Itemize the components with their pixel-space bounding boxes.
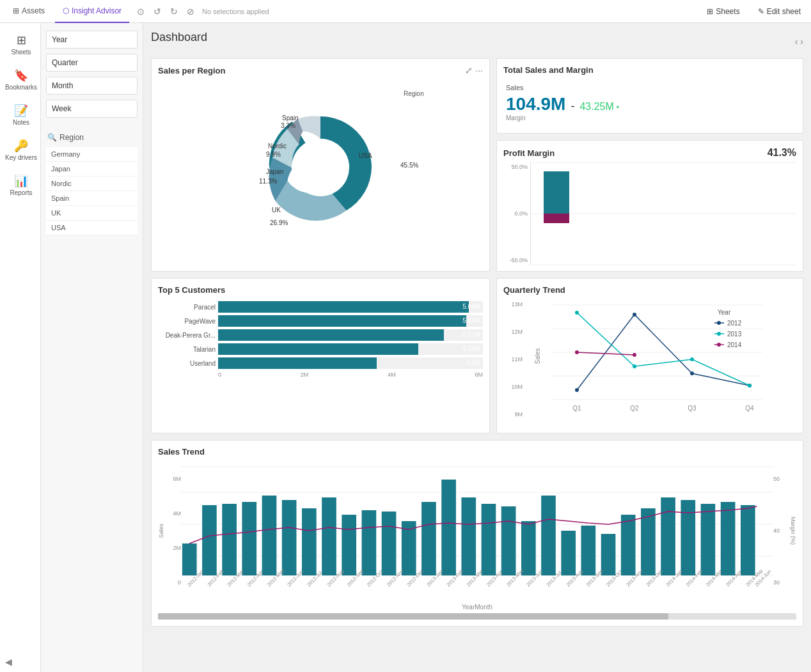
dashboard: Dashboard ‹ › Sales per Region ⤢ ··· <box>143 23 811 672</box>
region-nordic[interactable]: Nordic <box>46 176 138 191</box>
margin-label: Margin <box>506 114 794 121</box>
edit-sheet-button[interactable]: ✎ Edit sheet <box>753 4 806 19</box>
filter-year[interactable]: Year <box>46 31 138 49</box>
svg-rect-56 <box>262 496 277 575</box>
sheets-button[interactable]: ⊞ Sheets <box>702 4 744 19</box>
sidebar-item-reports[interactable]: 📊 Reports <box>0 169 40 201</box>
filter-quarter[interactable]: Quarter <box>46 54 138 72</box>
assets-icon: ⊞ <box>13 6 19 15</box>
bar-fill-pagewave <box>218 315 466 327</box>
total-sales-content: Sales 104.9M - 43.25M • Margin <box>503 79 796 127</box>
svg-text:Spain: Spain <box>282 114 299 121</box>
sales-values-row: 104.9M - 43.25M • <box>506 94 794 114</box>
topbar-right: ⊞ Sheets ✎ Edit sheet <box>702 4 806 19</box>
topbar: ⊞ Assets ⬡ Insight Advisor ⊙ ↺ ↻ ⊘ No se… <box>0 0 811 23</box>
svg-rect-71 <box>561 531 576 575</box>
bar-fill-deak <box>218 329 444 341</box>
svg-point-27 <box>633 364 636 368</box>
filter-week[interactable]: Week <box>46 100 138 118</box>
sidebar-item-key-drivers[interactable]: 🔑 Key drivers <box>0 134 40 166</box>
toolbar-icons: ⊙ ↺ ↻ ⊘ <box>134 5 197 18</box>
svg-text:Q2: Q2 <box>630 405 639 412</box>
scrollbar-thumb <box>158 613 668 620</box>
bookmarks-icon: 🔖 <box>14 68 28 82</box>
right-cards: Total Sales and Margin Sales 104.9M - 43… <box>496 58 803 272</box>
region-spain[interactable]: Spain <box>46 191 138 206</box>
sheets-grid-icon: ⊞ <box>707 7 713 16</box>
total-sales-card: Total Sales and Margin Sales 104.9M - 43… <box>496 58 803 134</box>
profit-y-bottom: -50.0% <box>503 257 528 263</box>
svg-text:2013: 2013 <box>727 331 742 338</box>
redo-icon-btn[interactable]: ↻ <box>168 5 180 18</box>
bar-fill-paracel <box>218 301 469 313</box>
nav-prev-button[interactable]: ‹ <box>795 36 798 47</box>
sales-trend-chart-area: Sales 6M 4M 2M 0 <box>158 460 796 601</box>
svg-text:Year: Year <box>718 309 731 316</box>
svg-rect-66 <box>461 497 476 575</box>
top5-bars: Paracel 5.69M PageWave 5.63M <box>158 299 483 380</box>
sidebar-item-notes[interactable]: 📝 Notes <box>0 98 40 131</box>
bar-label-talarian: Talarian <box>158 346 216 353</box>
sales-main-value: 104.9M <box>506 94 565 114</box>
insight-advisor-tab[interactable]: ⬡ Insight Advisor <box>55 0 129 23</box>
sales-label: Sales <box>506 84 794 91</box>
svg-point-29 <box>748 384 752 387</box>
quarterly-chart: Q1 Q2 Q3 Q4 Year 2012 <box>524 299 796 426</box>
svg-text:Region: Region <box>404 90 424 97</box>
quarterly-title: Quarterly Trend <box>503 285 565 295</box>
bar-track-pagewave: 5.63M <box>218 315 483 327</box>
y-0: 0 <box>166 579 181 586</box>
card-title: Sales per Region <box>158 66 225 75</box>
expand-button[interactable]: ⤢ <box>465 65 473 75</box>
svg-text:26.9%: 26.9% <box>270 219 288 226</box>
profit-y-top: 50.0% <box>503 164 528 170</box>
undo-icon-btn[interactable]: ↺ <box>151 5 164 18</box>
svg-text:Q4: Q4 <box>745 405 754 412</box>
region-usa[interactable]: USA <box>46 221 138 235</box>
y-4m: 4M <box>166 510 181 517</box>
quarterly-header: Quarterly Trend <box>503 285 796 295</box>
q-y-12m: 12M <box>505 329 523 335</box>
nav-next-button[interactable]: › <box>800 36 803 47</box>
margin-bullet: • <box>617 103 619 112</box>
content: Year Quarter Month Week 🔍 Region Germany… <box>41 23 811 672</box>
bar-label-userland: Userland <box>158 360 216 367</box>
svg-text:9.9%: 9.9% <box>266 151 281 158</box>
region-uk[interactable]: UK <box>46 206 138 221</box>
filter-month[interactable]: Month <box>46 77 138 95</box>
svg-rect-77 <box>681 500 695 575</box>
svg-point-38 <box>717 321 721 325</box>
total-sales-header: Total Sales and Margin <box>503 65 796 75</box>
svg-rect-52 <box>182 543 197 575</box>
notes-icon: 📝 <box>14 104 28 118</box>
svg-point-31 <box>633 353 636 357</box>
region-germany[interactable]: Germany <box>46 147 138 162</box>
axis-2m: 2M <box>301 371 309 378</box>
sidebar: ⊞ Sheets 🔖 Bookmarks 📝 Notes 🔑 Key drive… <box>0 23 41 672</box>
svg-point-1 <box>292 139 349 196</box>
y-r-50: 50 <box>773 476 789 482</box>
sales-trend-x-label: YearMonth <box>158 604 796 611</box>
bar-label-pagewave: PageWave <box>158 318 216 325</box>
axis-4m: 4M <box>388 371 396 378</box>
svg-text:2014: 2014 <box>727 341 742 348</box>
sales-per-region-card: Sales per Region ⤢ ··· Region <box>151 58 490 272</box>
bar-value-talarian: 4.54M <box>462 343 480 355</box>
lock-icon-btn[interactable]: ⊘ <box>184 5 197 18</box>
sidebar-collapse-button[interactable]: ◀ <box>0 652 40 672</box>
axis-6m: 6M <box>475 371 483 378</box>
bar-track-paracel: 5.69M <box>218 301 483 313</box>
q-y-11m: 11M <box>505 356 523 363</box>
assets-tab[interactable]: ⊞ Assets <box>5 0 52 23</box>
more-options-button[interactable]: ··· <box>475 65 483 75</box>
card-actions: ⤢ ··· <box>465 65 483 75</box>
bottom-row: Top 5 Customers Paracel 5.69M PageWave <box>151 278 803 434</box>
sales-trend-scrollbar[interactable] <box>158 613 796 620</box>
sidebar-item-bookmarks[interactable]: 🔖 Bookmarks <box>0 63 40 96</box>
search-icon-btn[interactable]: ⊙ <box>134 5 147 18</box>
sidebar-item-sheets[interactable]: ⊞ Sheets <box>0 28 40 61</box>
svg-point-44 <box>717 343 721 347</box>
region-japan[interactable]: Japan <box>46 162 138 176</box>
quarterly-chart-area: 13M 12M 11M 10M 9M <box>503 299 796 426</box>
top-row: Sales per Region ⤢ ··· Region <box>151 58 803 272</box>
